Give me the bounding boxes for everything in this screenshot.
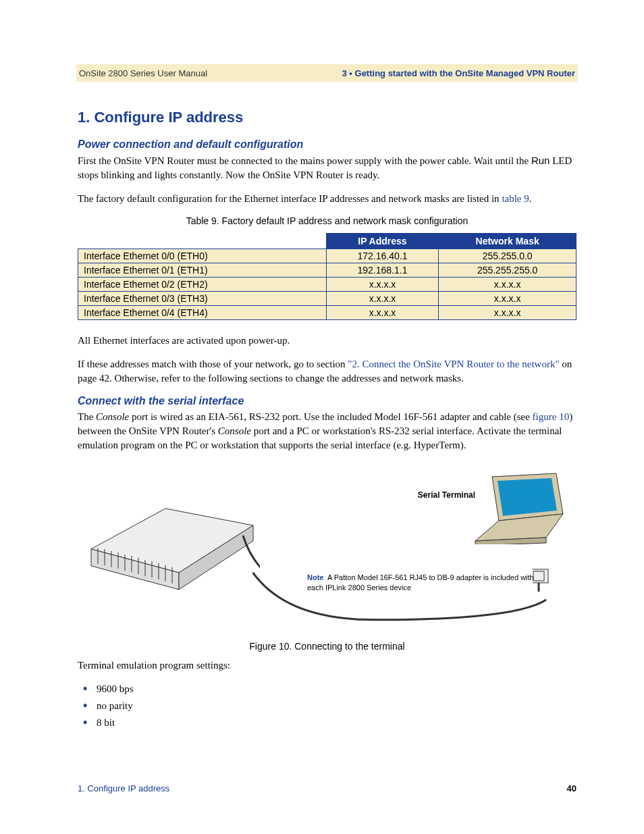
settings-list: 9600 bps no parity 8 bit: [83, 682, 576, 730]
section-heading-serial: Connect with the serial interface: [78, 395, 576, 407]
body-text: If these addresses match with those of y…: [78, 357, 576, 386]
list-item: no parity: [83, 699, 576, 713]
table-row: Interface Ethernet 0/3 (ETH3)x.x.x.xx.x.…: [78, 292, 576, 306]
page-number: 40: [567, 783, 576, 793]
body-text: First the OnSite VPN Router must be conn…: [78, 153, 576, 182]
ip-config-table: IP Address Network Mask Interface Ethern…: [78, 233, 576, 320]
body-text: All Ethernet interfaces are activated up…: [78, 334, 576, 348]
xref-section2[interactable]: "2. Connect the OnSite VPN Router to the…: [348, 359, 559, 369]
table-header: Network Mask: [439, 234, 576, 249]
header-left: OnSite 2800 Series User Manual: [79, 68, 207, 78]
cable-path: [78, 465, 576, 637]
table-header-row: IP Address Network Mask: [78, 234, 576, 249]
body-text: The factory default configuration for th…: [78, 192, 576, 206]
page-header: OnSite 2800 Series User Manual 3 • Getti…: [76, 64, 578, 82]
table-header: [78, 234, 327, 249]
xref-table9[interactable]: table 9: [502, 193, 529, 204]
page-title: 1. Configure IP address: [78, 109, 576, 126]
table-header: IP Address: [326, 234, 439, 249]
list-item: 8 bit: [83, 716, 576, 730]
table-row: Interface Ethernet 0/1 (ETH1)192.168.1.1…: [78, 263, 576, 278]
page-footer: 1. Configure IP address 40: [78, 783, 576, 793]
table-row: Interface Ethernet 0/4 (ETH4)x.x.x.xx.x.…: [78, 306, 576, 320]
header-right: 3 • Getting started with the OnSite Mana…: [342, 68, 575, 78]
section-heading-power: Power connection and default configurati…: [78, 138, 576, 151]
serial-terminal-label: Serial Terminal: [418, 490, 475, 500]
table-row: Interface Ethernet 0/0 (ETH0)172.16.40.1…: [78, 249, 576, 263]
settings-intro: Terminal emulation program settings:: [78, 658, 576, 673]
figure-note: Note A Patton Model 16F-561 RJ45 to DB-9…: [307, 573, 537, 593]
figure-10: Serial Terminal Note A Patton Model 16F-…: [78, 465, 576, 637]
figure-caption: Figure 10. Connecting to the terminal: [78, 641, 576, 652]
xref-figure10[interactable]: figure 10: [533, 411, 570, 422]
table-caption: Table 9. Factory default IP address and …: [78, 215, 576, 226]
list-item: 9600 bps: [83, 682, 576, 696]
table-row: Interface Ethernet 0/2 (ETH2)x.x.x.xx.x.…: [78, 278, 576, 292]
body-text: The Console port is wired as an EIA-561,…: [78, 410, 576, 452]
footer-section: 1. Configure IP address: [78, 783, 169, 793]
